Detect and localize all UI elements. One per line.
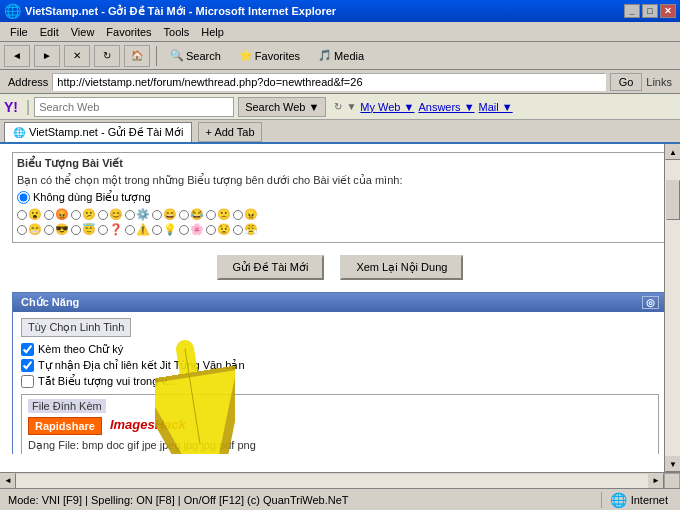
add-icon: + bbox=[205, 126, 211, 138]
scroll-left-button[interactable]: ◄ bbox=[0, 473, 16, 489]
emoji-8[interactable]: 🙁 bbox=[206, 208, 231, 221]
search-button[interactable]: 🔍 Search bbox=[163, 45, 228, 67]
emoji-17[interactable]: 😟 bbox=[206, 223, 231, 236]
bieu-tuong-desc: Bạn có thể chọn một trong những Biểu tượ… bbox=[17, 174, 663, 187]
no-icon-option[interactable]: Không dùng Biểu tượng bbox=[17, 191, 151, 204]
yahoo-logo: Y! bbox=[4, 99, 18, 115]
emoji-4[interactable]: 😊 bbox=[98, 208, 123, 221]
my-web-link[interactable]: My Web ▼ bbox=[360, 101, 414, 113]
menu-tools[interactable]: Tools bbox=[158, 24, 196, 40]
option-autolink[interactable]: Tự nhận Địa chỉ liên kết Jit Từng Văn bả… bbox=[21, 359, 659, 372]
emoji-11[interactable]: 😎 bbox=[44, 223, 69, 236]
emoji-7[interactable]: 😂 bbox=[179, 208, 204, 221]
menu-help[interactable]: Help bbox=[195, 24, 230, 40]
emoji-15[interactable]: 💡 bbox=[152, 223, 177, 236]
separator-1 bbox=[156, 46, 157, 66]
address-label: Address bbox=[4, 76, 52, 88]
vertical-scrollbar[interactable]: ▲ ▼ bbox=[664, 144, 680, 472]
menu-file[interactable]: File bbox=[4, 24, 34, 40]
emoji-row-1: 😮 😡 😕 😊 ⚙️ 😄 😂 🙁 😠 bbox=[17, 208, 663, 221]
scroll-thumb[interactable] bbox=[666, 180, 680, 220]
emoji-9[interactable]: 😠 bbox=[233, 208, 258, 221]
emoji-18[interactable]: 😤 bbox=[233, 223, 258, 236]
favorites-icon: ⭐ bbox=[239, 49, 253, 62]
chuc-nang-body: Tùy Chọn Linh Tinh Kèm theo Ch bbox=[13, 312, 667, 454]
chuc-nang-title: Chức Năng bbox=[21, 296, 79, 309]
autolink-checkbox[interactable] bbox=[21, 359, 34, 372]
option-disable-emoji[interactable]: Tắt Biểu tượng vui trong v... bbox=[21, 375, 659, 388]
horizontal-scrollbar[interactable]: ◄ ► bbox=[0, 472, 680, 488]
autolink-label: Tự nhận Địa chỉ liên kết Jit Từng Văn bả… bbox=[38, 359, 245, 372]
menu-bar: File Edit View Favorites Tools Help bbox=[0, 22, 680, 42]
scroll-down-button[interactable]: ▼ bbox=[665, 456, 680, 472]
close-button[interactable]: ✕ bbox=[660, 4, 676, 18]
scroll-corner bbox=[664, 473, 680, 489]
media-label: Media bbox=[334, 50, 364, 62]
file-section-title: File Đính Kèm bbox=[28, 399, 106, 413]
ie-icon: 🌐 bbox=[4, 3, 21, 19]
answers-link[interactable]: Answers ▼ bbox=[418, 101, 474, 113]
emoji-5[interactable]: ⚙️ bbox=[125, 208, 150, 221]
home-button[interactable]: 🏠 bbox=[124, 45, 150, 67]
emoji-row-2: 😁 😎 😇 ❓ ⚠️ 💡 🌸 😟 😤 bbox=[17, 223, 663, 236]
yahoo-separator: | bbox=[26, 98, 30, 116]
scroll-wrapper: Biểu Tượng Bài Viết Bạn có thể chọn một … bbox=[0, 144, 680, 472]
active-tab[interactable]: 🌐 VietStamp.net - Gửi Đề Tài Mới bbox=[4, 122, 192, 142]
emoji-13[interactable]: ❓ bbox=[98, 223, 123, 236]
tuy-chon-title: Tùy Chọn Linh Tinh bbox=[21, 318, 131, 337]
favorites-button[interactable]: ⭐ Favorites bbox=[232, 45, 307, 67]
tab-favicon: 🌐 bbox=[13, 127, 25, 138]
go-button[interactable]: Go bbox=[610, 73, 643, 91]
yahoo-search-button[interactable]: Search Web ▼ bbox=[238, 97, 326, 117]
scroll-track[interactable] bbox=[665, 160, 680, 456]
status-text: Mode: VNI [F9] | Spelling: ON [F8] | On/… bbox=[4, 494, 601, 506]
media-icon: 🎵 bbox=[318, 49, 332, 62]
onoff-indicator: On/Off [F12] bbox=[184, 494, 244, 506]
no-icon-radio[interactable] bbox=[17, 191, 30, 204]
preview-button[interactable]: Xem Lại Nội Dung bbox=[340, 255, 463, 280]
emoji-12[interactable]: 😇 bbox=[71, 223, 96, 236]
media-button[interactable]: 🎵 Media bbox=[311, 45, 371, 67]
emoji-10[interactable]: 😁 bbox=[17, 223, 42, 236]
collapse-button[interactable]: ◎ bbox=[642, 296, 659, 309]
toolbar: ◄ ► ✕ ↻ 🏠 🔍 Search ⭐ Favorites 🎵 Media bbox=[0, 42, 680, 70]
refresh-button[interactable]: ↻ bbox=[94, 45, 120, 67]
forward-button[interactable]: ► bbox=[34, 45, 60, 67]
add-tab-button[interactable]: + Add Tab bbox=[198, 122, 261, 142]
signature-label: Kèm theo Chữ ký bbox=[38, 343, 123, 356]
disable-emoji-checkbox[interactable] bbox=[21, 375, 34, 388]
address-input[interactable] bbox=[52, 73, 605, 91]
submit-button[interactable]: Gửi Đề Tài Mới bbox=[217, 255, 325, 280]
bieu-tuong-options: Không dùng Biểu tượng bbox=[17, 191, 663, 204]
arrow-icon: ▼ bbox=[346, 101, 356, 112]
tabs-bar: 🌐 VietStamp.net - Gửi Đề Tài Mới + Add T… bbox=[0, 120, 680, 144]
window-title: VietStamp.net - Gởi Đề Tài Mới - Microso… bbox=[25, 5, 624, 18]
scroll-h-track[interactable] bbox=[16, 474, 648, 488]
option-signature[interactable]: Kèm theo Chữ ký bbox=[21, 343, 659, 356]
emoji-3[interactable]: 😕 bbox=[71, 208, 96, 221]
zone-label: Internet bbox=[631, 494, 668, 506]
emoji-2[interactable]: 😡 bbox=[44, 208, 69, 221]
file-types: Dạng File: bmp doc gif jpe jpeg jpg jpg … bbox=[28, 439, 652, 452]
mail-link[interactable]: Mail ▼ bbox=[479, 101, 513, 113]
emoji-6[interactable]: 😄 bbox=[152, 208, 177, 221]
menu-view[interactable]: View bbox=[65, 24, 101, 40]
rapidshare-link[interactable]: Rapidshare bbox=[28, 417, 102, 435]
minimize-button[interactable]: _ bbox=[624, 4, 640, 18]
menu-favorites[interactable]: Favorites bbox=[100, 24, 157, 40]
menu-edit[interactable]: Edit bbox=[34, 24, 65, 40]
no-icon-label: Không dùng Biểu tượng bbox=[33, 191, 151, 204]
emoji-16[interactable]: 🌸 bbox=[179, 223, 204, 236]
yahoo-search-input[interactable] bbox=[34, 97, 234, 117]
back-button[interactable]: ◄ bbox=[4, 45, 30, 67]
imageshack-link[interactable]: ImagesHack bbox=[110, 417, 186, 435]
maximize-button[interactable]: □ bbox=[642, 4, 658, 18]
content-area: Biểu Tượng Bài Viết Bạn có thể chọn một … bbox=[0, 144, 680, 488]
scroll-right-button[interactable]: ► bbox=[648, 473, 664, 489]
status-bar: Mode: VNI [F9] | Spelling: ON [F8] | On/… bbox=[0, 488, 680, 510]
emoji-14[interactable]: ⚠️ bbox=[125, 223, 150, 236]
signature-checkbox[interactable] bbox=[21, 343, 34, 356]
emoji-1[interactable]: 😮 bbox=[17, 208, 42, 221]
stop-button[interactable]: ✕ bbox=[64, 45, 90, 67]
scroll-up-button[interactable]: ▲ bbox=[665, 144, 680, 160]
